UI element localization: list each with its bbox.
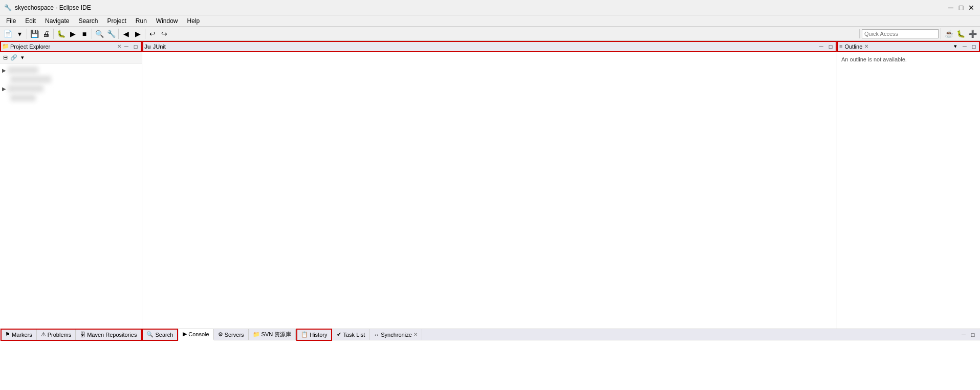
menu-run[interactable]: Run (132, 16, 151, 26)
tab-console[interactable]: ▶ Console (179, 329, 213, 340)
toolbar-new-button[interactable]: 📄 (2, 28, 13, 39)
main-layout: 📁 Project Explorer ✕ ─ □ ⊟ 🔗 ▾ ▶ ▶ (0, 41, 980, 329)
outline-minimize[interactable]: ─ (961, 42, 969, 51)
editor-maximize-button[interactable]: □ (826, 42, 835, 51)
tab-tasklist[interactable]: ✔ Task List (333, 329, 369, 340)
toolbar-stop-button[interactable]: ■ (79, 28, 90, 39)
toolbar-dropdown[interactable]: ▾ (14, 28, 25, 39)
tab-problems[interactable]: ⚠ Problems (37, 329, 76, 340)
toolbar-perspective-debug[interactable]: 🐛 (955, 28, 966, 39)
editor-tab-bar: Ju JUnit ─ □ (142, 41, 837, 52)
view-menu-button[interactable]: ▾ (18, 54, 27, 62)
tree-item-3[interactable]: ▶ (2, 84, 140, 93)
menu-search[interactable]: Search (74, 16, 102, 26)
app-icon: 🔧 (4, 4, 12, 11)
toolbar-debug-button[interactable]: 🐛 (55, 28, 67, 39)
tab-servers[interactable]: ⚙ Servers (214, 329, 249, 340)
project-explorer-close[interactable]: ✕ (117, 44, 121, 49)
minimize-button[interactable]: ─ (946, 3, 955, 12)
link-with-editor-button[interactable]: 🔗 (10, 54, 18, 62)
svn-icon: 📁 (253, 331, 260, 338)
problems-icon: ⚠ (41, 331, 46, 338)
search-label: Search (155, 332, 173, 338)
console-icon: ▶ (183, 331, 187, 337)
project-explorer-icon: 📁 (2, 43, 9, 50)
toolbar-search-button[interactable]: 🔍 (94, 28, 105, 39)
toolbar-perspective-java[interactable]: ☕ (943, 28, 954, 39)
tab-markers[interactable]: ⚑ Markers (1, 329, 37, 340)
toolbar-right-icons: ☕ 🐛 ➕ (941, 28, 980, 39)
toolbar-save-button[interactable]: 💾 (29, 28, 40, 39)
menu-bar: File Edit Navigate Search Project Run Wi… (0, 15, 980, 27)
bottom-panel-right-controls: ─ □ (960, 331, 979, 339)
title-bar-controls: ─ □ ✕ (946, 3, 976, 12)
collapse-all-button[interactable]: ⊟ (1, 54, 9, 62)
editor-panel: Ju JUnit ─ □ (142, 41, 837, 329)
editor-tab-right: ─ □ (817, 42, 835, 51)
svn-label: SVN 资源库 (262, 331, 292, 338)
junit-tab-label[interactable]: JUnit (153, 44, 166, 50)
bottom-panel-tab-bar: ⚑ Markers ⚠ Problems 🗄 Maven Repositorie… (0, 329, 980, 340)
menu-window[interactable]: Window (152, 16, 182, 26)
markers-label: Markers (12, 332, 32, 338)
synchronize-close[interactable]: ✕ (413, 332, 418, 337)
project-explorer-minimize[interactable]: ─ (122, 42, 130, 51)
toolbar-next-button[interactable]: ▶ (132, 28, 143, 39)
menu-file[interactable]: File (2, 16, 20, 26)
markers-icon: ⚑ (5, 331, 10, 338)
menu-navigate[interactable]: Navigate (41, 16, 73, 26)
bottom-maximize-button[interactable]: □ (969, 331, 977, 339)
junit-tab-icon: Ju (144, 44, 151, 50)
menu-edit[interactable]: Edit (21, 16, 40, 26)
tab-synchronize[interactable]: ↔ Synchronize ✕ (369, 329, 422, 340)
tree-item-label-3 (8, 85, 43, 92)
bottom-minimize-button[interactable]: ─ (960, 331, 968, 339)
project-explorer-content: ▶ ▶ (0, 63, 142, 329)
menu-help[interactable]: Help (183, 16, 204, 26)
project-explorer-maximize[interactable]: □ (132, 42, 140, 51)
tree-arrow-1: ▶ (2, 68, 6, 73)
tab-search[interactable]: 🔍 Search (142, 329, 178, 340)
title-bar: 🔧 skyechospace - Eclipse IDE ─ □ ✕ (0, 0, 980, 15)
outline-content: An outline is not available. (837, 52, 980, 329)
tasklist-label: Task List (343, 332, 365, 338)
tab-history[interactable]: 📋 History (297, 329, 332, 340)
outline-close[interactable]: ✕ (864, 44, 868, 49)
bottom-panel: ⚑ Markers ⚠ Problems 🗄 Maven Repositorie… (0, 329, 980, 390)
tab-svn[interactable]: 📁 SVN 资源库 (249, 329, 296, 340)
outline-header-left: ≡ Outline ✕ (839, 44, 868, 50)
toolbar-separator-2 (53, 29, 54, 39)
bottom-tab-group-history: 📋 History (297, 329, 332, 340)
outline-header: ≡ Outline ✕ ▾ ─ □ (837, 41, 980, 52)
maven-icon: 🗄 (80, 332, 85, 338)
menu-project[interactable]: Project (103, 16, 130, 26)
outline-view-menu[interactable]: ▾ (951, 42, 960, 51)
toolbar-open-perspective[interactable]: ➕ (967, 28, 978, 39)
maximize-button[interactable]: □ (956, 3, 966, 12)
quick-access-input[interactable] (862, 29, 939, 38)
toolbar-separator-3 (92, 29, 92, 39)
outline-icon: ≡ (839, 44, 842, 50)
toolbar-undo-button[interactable]: ↩ (147, 28, 158, 39)
toolbar-redo-button[interactable]: ↪ (159, 28, 170, 39)
tree-item-1[interactable]: ▶ (2, 66, 140, 75)
bottom-tabs-left: ⚑ Markers ⚠ Problems 🗄 Maven Repositorie… (1, 329, 422, 340)
tree-item-4[interactable] (2, 93, 140, 102)
editor-minimize-button[interactable]: ─ (817, 42, 825, 51)
tree-item-2[interactable] (2, 75, 140, 84)
close-button[interactable]: ✕ (967, 3, 976, 12)
toolbar-print-button[interactable]: 🖨 (40, 28, 52, 39)
servers-label: Servers (225, 332, 244, 338)
toolbar-quick-access-area (859, 29, 941, 38)
editor-content[interactable] (142, 52, 837, 329)
synchronize-icon: ↔ (374, 332, 379, 338)
synchronize-label: Synchronize (381, 332, 412, 338)
toolbar-run-button[interactable]: ▶ (67, 28, 78, 39)
project-explorer-title: Project Explorer (10, 44, 50, 50)
editor-tab-left: Ju JUnit (144, 44, 166, 50)
tab-maven-repositories[interactable]: 🗄 Maven Repositories (76, 329, 141, 340)
toolbar-prev-button[interactable]: ◀ (120, 28, 132, 39)
toolbar-refactor-button[interactable]: 🔧 (105, 28, 117, 39)
tree-item-label-1 (8, 67, 38, 74)
outline-maximize[interactable]: □ (970, 42, 978, 51)
